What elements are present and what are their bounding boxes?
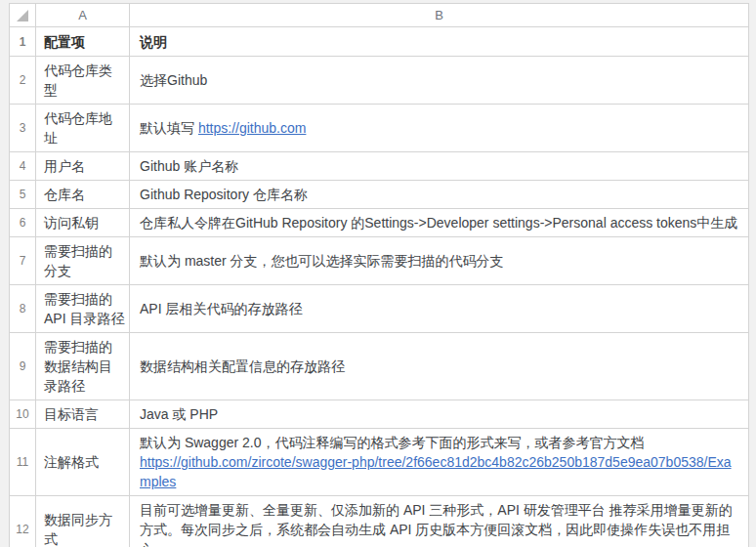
cell-a-text: 需要扫描的 API 目录路径 [44, 289, 125, 328]
cell-a-text: 数据同步方式 [44, 510, 125, 547]
cell-b-content: 仓库私人令牌在GitHub Repository 的Settings->Deve… [140, 213, 742, 232]
table-row: 8需要扫描的 API 目录路径API 层相关代码的存放路径 [10, 285, 749, 333]
row-number[interactable]: 1 [10, 27, 36, 57]
cell-b[interactable]: API 层相关代码的存放路径 [130, 285, 749, 333]
row-number[interactable]: 10 [10, 400, 36, 429]
row-number[interactable]: 12 [10, 496, 36, 547]
cell-a[interactable]: 配置项 [36, 27, 130, 57]
table-row: 7需要扫描的分支默认为 master 分支，您也可以选择实际需要扫描的代码分支 [10, 237, 749, 285]
cell-a[interactable]: 代码仓库地址 [36, 105, 130, 152]
row-number[interactable]: 9 [10, 333, 36, 400]
cell-a-text: 需要扫描的分支 [44, 241, 125, 280]
cell-a[interactable]: 访问私钥 [36, 209, 130, 237]
cell-b[interactable]: Github 账户名称 [130, 152, 749, 181]
cell-a[interactable]: 数据同步方式 [36, 496, 130, 547]
cell-b[interactable]: 默认为 master 分支，您也可以选择实际需要扫描的代码分支 [130, 237, 749, 285]
cell-text: Github 账户名称 [140, 158, 238, 174]
cell-a[interactable]: 需要扫描的分支 [36, 237, 130, 285]
row-number[interactable]: 8 [10, 285, 36, 333]
cell-b-content: 目前可选增量更新、全量更新、仅添加新的 API 三种形式，API 研发管理平台 … [140, 500, 742, 547]
cell-a-text: 注解格式 [44, 452, 125, 472]
select-all-corner[interactable] [10, 4, 36, 27]
cell-a-text: 目标语言 [44, 404, 125, 424]
cell-a[interactable]: 注解格式 [36, 429, 130, 496]
cell-b-content: 数据结构相关配置信息的存放路径 [140, 357, 742, 376]
cell-b[interactable]: 默认为 Swagger 2.0，代码注释编写的格式参考下面的形式来写，或者参考官… [130, 429, 749, 496]
cell-link[interactable]: https://github.com/zircote/swagger-php/t… [140, 452, 742, 491]
cell-text: Java 或 PHP [140, 406, 218, 422]
cell-text: 默认填写 [140, 120, 198, 136]
column-header-row: A B [10, 4, 749, 27]
column-header-b[interactable]: B [130, 4, 749, 27]
cell-a-text: 需要扫描的数据结构目录路径 [44, 337, 125, 396]
table-row: 2代码仓库类型选择Github [10, 57, 749, 105]
cell-a[interactable]: 需要扫描的 API 目录路径 [36, 285, 130, 333]
cell-b-content: Java 或 PHP [140, 404, 742, 424]
cell-text: 默认为 master 分支，您也可以选择实际需要扫描的代码分支 [140, 253, 504, 269]
row-number[interactable]: 2 [10, 57, 36, 105]
cell-b-content: Github Repository 仓库名称 [140, 185, 742, 204]
cell-b-content: 默认为 master 分支，您也可以选择实际需要扫描的代码分支 [140, 251, 742, 271]
table-row: 12数据同步方式目前可选增量更新、全量更新、仅添加新的 API 三种形式，API… [10, 496, 749, 547]
row-number[interactable]: 7 [10, 237, 36, 285]
table-row: 10目标语言Java 或 PHP [10, 400, 749, 429]
table-row: 11注解格式默认为 Swagger 2.0，代码注释编写的格式参考下面的形式来写… [10, 429, 749, 496]
cell-a[interactable]: 仓库名 [36, 181, 130, 209]
cell-a-text: 仓库名 [44, 185, 125, 204]
table-row: 3代码仓库地址默认填写 https://github.com [10, 105, 749, 152]
sheet-rows: 1配置项说明2代码仓库类型选择Github3代码仓库地址默认填写 https:/… [10, 27, 749, 547]
cell-b-content: 默认填写 https://github.com [140, 118, 742, 138]
cell-text: Github Repository 仓库名称 [140, 187, 308, 202]
cell-b[interactable]: Github Repository 仓库名称 [130, 181, 749, 209]
cell-b[interactable]: Java 或 PHP [130, 400, 749, 429]
cell-b[interactable]: 目前可选增量更新、全量更新、仅添加新的 API 三种形式，API 研发管理平台 … [130, 496, 749, 547]
cell-b-content: 默认为 Swagger 2.0，代码注释编写的格式参考下面的形式来写，或者参考官… [140, 433, 742, 491]
row-number[interactable]: 11 [10, 429, 36, 496]
cell-a-text: 用户名 [44, 156, 125, 176]
cell-text: 默认为 Swagger 2.0，代码注释编写的格式参考下面的形式来写，或者参考官… [140, 435, 645, 450]
cell-b-content: 说明 [140, 32, 742, 52]
cell-text: 仓库私人令牌在GitHub Repository 的Settings->Deve… [140, 215, 737, 231]
cell-a-text: 代码仓库地址 [44, 108, 125, 147]
cell-b-content: Github 账户名称 [140, 156, 742, 176]
column-header-a[interactable]: A [36, 4, 130, 27]
table-row: 5仓库名Github Repository 仓库名称 [10, 181, 749, 209]
row-number[interactable]: 3 [10, 105, 36, 152]
select-all-triangle-icon [17, 10, 28, 21]
row-number[interactable]: 5 [10, 181, 36, 209]
cell-a-text: 配置项 [44, 32, 125, 52]
cell-b-content: API 层相关代码的存放路径 [140, 299, 742, 318]
cell-b[interactable]: 仓库私人令牌在GitHub Repository 的Settings->Deve… [130, 209, 749, 237]
cell-a[interactable]: 代码仓库类型 [36, 57, 130, 105]
cell-a[interactable]: 需要扫描的数据结构目录路径 [36, 333, 130, 400]
cell-text: 选择Github [140, 72, 207, 88]
table-row: 4用户名Github 账户名称 [10, 152, 749, 181]
row-number[interactable]: 6 [10, 209, 36, 237]
spreadsheet: A B 1配置项说明2代码仓库类型选择Github3代码仓库地址默认填写 htt… [9, 3, 749, 547]
cell-text: 数据结构相关配置信息的存放路径 [140, 358, 345, 374]
cell-b[interactable]: 说明 [130, 27, 749, 57]
cell-a-text: 代码仓库类型 [44, 61, 125, 100]
cell-b-content: 选择Github [140, 70, 742, 90]
cell-b[interactable]: 数据结构相关配置信息的存放路径 [130, 333, 749, 400]
cell-b[interactable]: 选择Github [130, 57, 749, 105]
cell-text: API 层相关代码的存放路径 [140, 301, 302, 316]
cell-a-text: 访问私钥 [44, 213, 125, 232]
cell-link[interactable]: https://github.com [198, 118, 307, 138]
cell-text: 说明 [140, 34, 167, 50]
table-row: 9需要扫描的数据结构目录路径数据结构相关配置信息的存放路径 [10, 333, 749, 400]
cell-a[interactable]: 用户名 [36, 152, 130, 181]
cell-a[interactable]: 目标语言 [36, 400, 130, 429]
row-number[interactable]: 4 [10, 152, 36, 181]
cell-b[interactable]: 默认填写 https://github.com [130, 105, 749, 152]
cell-text: 目前可选增量更新、全量更新、仅添加新的 API 三种形式，API 研发管理平台 … [140, 502, 733, 547]
table-row: 6访问私钥仓库私人令牌在GitHub Repository 的Settings-… [10, 209, 749, 237]
table-row: 1配置项说明 [10, 27, 749, 57]
